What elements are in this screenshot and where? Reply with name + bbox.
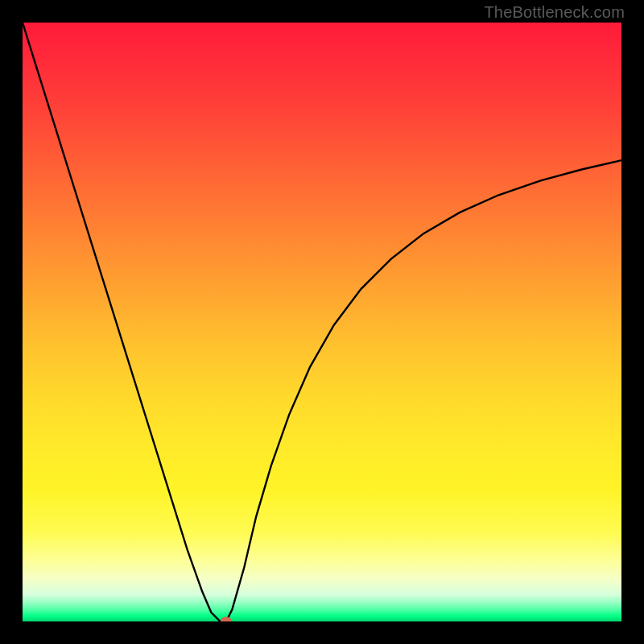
chart-frame: TheBottleneck.com: [0, 0, 644, 644]
attribution-text: TheBottleneck.com: [484, 3, 625, 22]
optimal-point-marker: [221, 617, 232, 621]
bottleneck-curve: [23, 23, 621, 621]
plot-area: [23, 23, 621, 621]
